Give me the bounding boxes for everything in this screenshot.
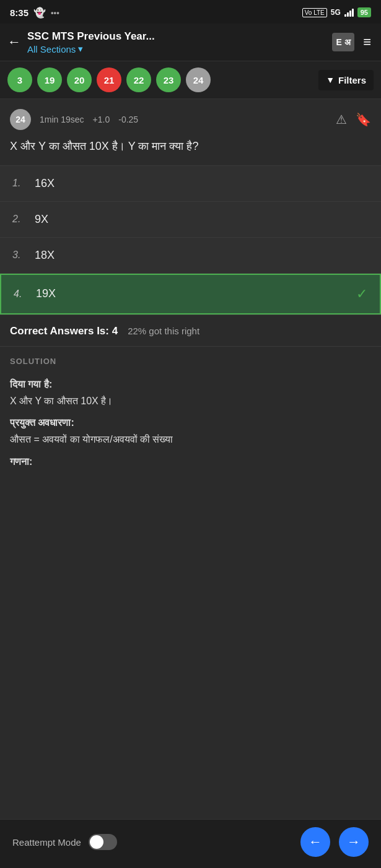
status-time: 8:35 👻 ••• <box>10 7 59 19</box>
bottom-bar: Reattempt Mode ← → <box>0 819 381 868</box>
header-icons: E अ ≡ <box>332 33 371 51</box>
q-num-24[interactable]: 24 <box>186 67 211 92</box>
solution-line-1-bold: दिया गया है: <box>10 379 52 389</box>
header: ← SSC MTS Previous Year... All Sections … <box>0 24 381 61</box>
header-title: SSC MTS Previous Year... <box>27 30 155 43</box>
q-num-20[interactable]: 20 <box>67 67 92 92</box>
prev-button[interactable]: ← <box>300 827 330 857</box>
option-1-num: 1. <box>12 178 25 189</box>
bookmark-icon[interactable]: 🔖 <box>356 112 371 127</box>
solution-line-3-bold: प्रयुक्त अवधारणा: <box>10 417 74 428</box>
q-num-19[interactable]: 19 <box>37 67 62 92</box>
check-icon: ✓ <box>356 286 367 302</box>
solution-line-5-bold: गणना: <box>10 456 32 467</box>
q-num-23[interactable]: 23 <box>156 67 181 92</box>
options-list: 1. 16X 2. 9X 3. 18X 4. 19X ✓ <box>0 165 381 315</box>
option-3-text: 18X <box>35 249 369 262</box>
volte-icon: Vo LTE <box>302 8 327 17</box>
question-meta-icons: ⚠ 🔖 <box>336 112 371 127</box>
status-bar: 8:35 👻 ••• Vo LTE 5G 95 <box>0 0 381 24</box>
percent-label: 22% got this right <box>128 326 199 336</box>
q-num-22[interactable]: 22 <box>126 67 151 92</box>
q-num-21[interactable]: 21 <box>97 67 121 92</box>
option-3-num: 3. <box>12 250 25 261</box>
option-4[interactable]: 4. 19X ✓ <box>0 274 381 315</box>
solution-body: दिया गया है: X और Y का औसत 10X है। प्रयु… <box>10 376 371 470</box>
filters-button[interactable]: ▼ Filters <box>318 70 374 90</box>
book-icon-button[interactable]: E अ <box>332 33 354 51</box>
option-1-text: 16X <box>35 177 369 190</box>
option-3[interactable]: 3. 18X <box>0 238 381 274</box>
bottom-nav-buttons: ← → <box>300 827 369 857</box>
question-text: X और Y का औसत 10X है। Y का मान क्या है? <box>10 137 371 155</box>
q-num-3[interactable]: 3 <box>7 67 32 92</box>
reattempt-toggle[interactable] <box>89 834 117 850</box>
all-sections-dropdown[interactable]: All Sections ▾ <box>27 43 155 54</box>
question-meta: 24 1min 19sec +1.0 -0.25 ⚠ 🔖 <box>10 109 371 130</box>
status-right: Vo LTE 5G 95 <box>302 7 371 17</box>
option-2[interactable]: 2. 9X <box>0 202 381 238</box>
chevron-down-icon: ▾ <box>78 43 83 54</box>
option-1[interactable]: 1. 16X <box>0 165 381 202</box>
correct-answer-label: Correct Answers Is: 4 <box>10 325 118 337</box>
prev-arrow-icon: ← <box>309 834 322 850</box>
option-4-num: 4. <box>14 289 26 300</box>
solution-section: SOLUTION दिया गया है: X और Y का औसत 10X … <box>0 346 381 519</box>
question-nav: 3 19 20 21 22 23 24 ▼ Filters <box>0 61 381 99</box>
option-4-text: 19X <box>36 287 346 300</box>
solution-line-2: X और Y का औसत 10X है। <box>10 393 371 409</box>
question-marks-plus: +1.0 <box>93 115 110 124</box>
reattempt-label: Reattempt Mode <box>12 837 81 848</box>
question-marks-minus: -0.25 <box>118 115 138 124</box>
warning-icon[interactable]: ⚠ <box>336 112 347 127</box>
signal-icon <box>344 8 354 17</box>
header-title-block: SSC MTS Previous Year... All Sections ▾ <box>27 30 155 54</box>
toggle-knob <box>90 835 103 849</box>
solution-line-4: औसत = अवयवों का योगफल/अवयवों की संख्या <box>10 431 371 448</box>
battery-icon: 95 <box>357 7 371 17</box>
next-button[interactable]: → <box>339 827 369 857</box>
back-button[interactable]: ← <box>7 34 21 50</box>
option-2-text: 9X <box>35 213 369 226</box>
option-2-num: 2. <box>12 214 25 225</box>
ghost-icon: 👻 <box>33 7 46 19</box>
next-arrow-icon: → <box>347 834 361 850</box>
question-time: 1min 19sec <box>40 115 84 124</box>
filter-icon: ▼ <box>326 75 335 85</box>
question-area: 24 1min 19sec +1.0 -0.25 ⚠ 🔖 X और Y का औ… <box>0 99 381 163</box>
question-badge: 24 <box>10 109 31 130</box>
solution-header: SOLUTION <box>10 357 371 366</box>
answer-info: Correct Answers Is: 4 22% got this right <box>0 315 381 346</box>
reattempt-mode-group: Reattempt Mode <box>12 834 117 850</box>
menu-button[interactable]: ≡ <box>363 34 371 50</box>
header-left: ← SSC MTS Previous Year... All Sections … <box>7 30 332 54</box>
